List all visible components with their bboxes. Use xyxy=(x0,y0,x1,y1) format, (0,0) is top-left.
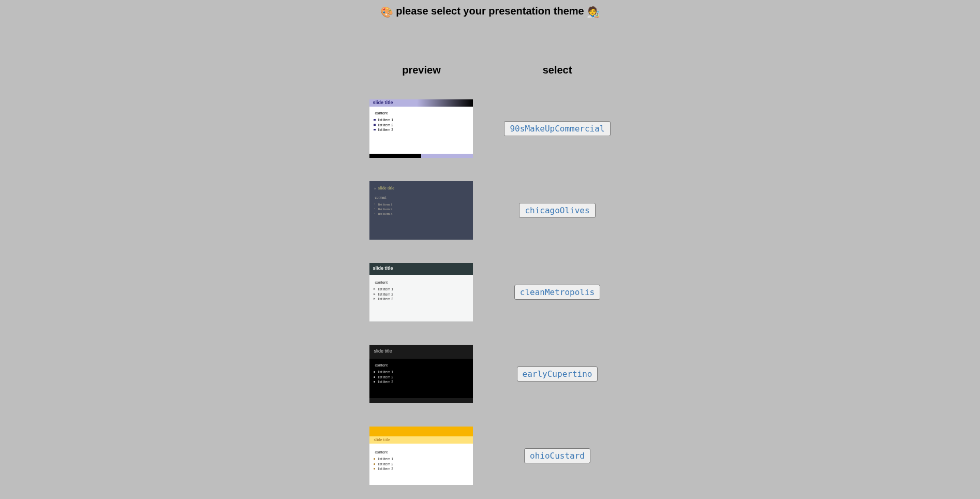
theme-row: slide title content list item 1 list ite… xyxy=(369,99,610,158)
preview-list: list item 1 list item 2 list item 3 xyxy=(369,370,473,384)
preview-list-item: list item 2 xyxy=(378,462,473,466)
preview-list-item: list item 3 xyxy=(378,212,473,216)
preview-content-label: content xyxy=(369,275,473,286)
theme-preview-chicagoOlives: »slide title content list item 1 list it… xyxy=(369,181,473,240)
preview-list-item: list item 3 xyxy=(378,466,473,471)
preview-list-item: list item 2 xyxy=(378,123,473,127)
column-header-preview: preview xyxy=(369,64,473,76)
preview-list-item: list item 1 xyxy=(378,287,473,291)
arrow-icon: » xyxy=(374,185,376,190)
theme-preview-90sMakeUpCommercial: slide title content list item 1 list ite… xyxy=(369,99,473,158)
preview-slide-title: slide title xyxy=(369,436,473,444)
preview-slide-title: slide title xyxy=(373,99,473,106)
preview-list-item: list item 3 xyxy=(378,127,473,132)
theme-row: slide title content list item 1 list ite… xyxy=(369,263,610,321)
preview-list-item: list item 1 xyxy=(378,118,473,122)
preview-list-item: list item 2 xyxy=(378,207,473,212)
preview-list-item: list item 1 xyxy=(378,202,473,207)
preview-list-item: list item 2 xyxy=(378,375,473,379)
column-header-select: select xyxy=(504,64,610,76)
theme-table: preview select slide title content list … xyxy=(338,41,641,499)
palette-icon: 🎨 xyxy=(380,6,393,18)
preview-slide-title: slide title xyxy=(369,263,473,275)
preview-list: list item 1 list item 2 list item 3 xyxy=(369,457,473,471)
select-theme-button[interactable]: ohioCustard xyxy=(524,448,590,463)
artist-icon: 🧑‍🎨 xyxy=(587,6,600,18)
select-theme-button[interactable]: cleanMetropolis xyxy=(514,285,601,300)
preview-list-item: list item 3 xyxy=(378,379,473,384)
theme-row: »slide title content list item 1 list it… xyxy=(369,181,610,240)
page-title: 🎨 please select your presentation theme … xyxy=(0,0,980,20)
preview-corner-mark: · xyxy=(470,316,470,320)
preview-content-label: content xyxy=(369,107,473,117)
select-theme-button[interactable]: chicagoOlives xyxy=(519,203,595,218)
preview-content-label: content xyxy=(369,359,473,369)
preview-list-item: list item 1 xyxy=(378,370,473,374)
preview-list: list item 1 list item 2 list item 3 xyxy=(369,202,473,217)
theme-preview-cleanMetropolis: slide title content list item 1 list ite… xyxy=(369,263,473,321)
page-title-text: please select your presentation theme xyxy=(396,5,584,17)
preview-list: list item 1 list item 2 list item 3 xyxy=(369,118,473,132)
preview-slide-title: slide title xyxy=(369,345,473,359)
preview-list-item: list item 2 xyxy=(378,292,473,297)
theme-preview-ohioCustard: slide title content list item 1 list ite… xyxy=(369,427,473,485)
select-theme-button[interactable]: 90sMakeUpCommercial xyxy=(504,121,610,136)
preview-list: list item 1 list item 2 list item 3 xyxy=(369,287,473,301)
preview-content-label: content xyxy=(369,192,473,201)
theme-row: slide title content list item 1 list ite… xyxy=(369,345,610,403)
preview-list-item: list item 1 xyxy=(378,457,473,461)
preview-list-item: list item 3 xyxy=(378,297,473,301)
select-theme-button[interactable]: earlyCupertino xyxy=(517,366,598,381)
theme-preview-earlyCupertino: slide title content list item 1 list ite… xyxy=(369,345,473,403)
theme-row: slide title content list item 1 list ite… xyxy=(369,427,610,485)
preview-content-label: content xyxy=(369,444,473,456)
preview-slide-title: slide title xyxy=(378,185,394,190)
